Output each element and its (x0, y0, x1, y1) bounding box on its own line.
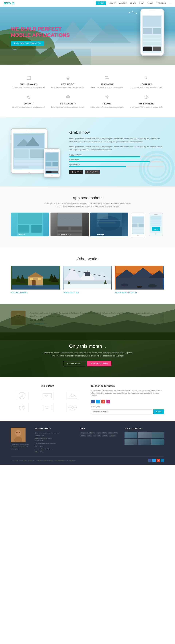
footer-post-date: June 12, 2015 (35, 435, 44, 436)
purchase-now-button[interactable]: PURCHASE NOW (87, 361, 112, 366)
work-link[interactable]: EXPLORING IN THE NATURE (115, 292, 137, 294)
svg-point-25 (68, 77, 68, 78)
nav-home[interactable]: HOME (96, 2, 106, 5)
subscribe-title: Subscribe for news (91, 384, 164, 388)
svg-text:Death: Death (21, 394, 24, 396)
footer-tag-0[interactable]: Design (80, 432, 86, 434)
testimonial-name: JOHN LORELL (30, 319, 156, 321)
footer-copyright: COPYRIGHT © 2014, ZERO. ALL RIGHTS RESER… (11, 460, 75, 461)
footer-tag-7[interactable]: CSS3 (87, 434, 92, 436)
learn-more-button[interactable]: LEARN MORE (64, 361, 85, 366)
screenshots-title: App screenshots (11, 196, 164, 200)
svg-text:& Co: & Co (21, 396, 23, 397)
footer-tag-8[interactable]: UI (93, 434, 96, 436)
social-instagram[interactable]: in (106, 400, 110, 404)
hero-cta-button[interactable]: EXPLORE OUR CREATION (11, 41, 44, 46)
testimonial-prev[interactable]: ▲ (160, 314, 164, 318)
appstore-badge[interactable]: App Store (69, 170, 83, 174)
footer-tag-9[interactable]: UX (97, 434, 101, 436)
snow-image-content (63, 266, 112, 290)
gallery-item-1[interactable] (138, 432, 151, 438)
gallery-item-3[interactable] (124, 439, 137, 445)
footer-social-googleplus[interactable]: g (156, 459, 160, 462)
client-logo-5 (66, 403, 79, 412)
subscribe-column: Subscribe for news Lorem ipsum dolor sit… (91, 384, 164, 414)
svg-text:FOSSILS: FOSSILS (20, 408, 24, 408)
svg-text:EXPLORE: EXPLORE (97, 234, 104, 236)
footer-tag-6[interactable]: HTML5 (80, 434, 86, 436)
newsletter-input[interactable] (91, 410, 152, 414)
phone-frame (131, 212, 145, 238)
testimonial-next[interactable]: ▼ (160, 318, 164, 322)
work-image (63, 266, 112, 290)
footer-tag-1[interactable]: WordPress (86, 432, 95, 434)
feature-title: SUPPORT (11, 103, 47, 105)
gallery-item-2[interactable] (151, 432, 164, 438)
footer-social-facebook[interactable]: f (148, 459, 151, 462)
hero-birds-decoration (128, 10, 138, 17)
social-facebook[interactable]: f (91, 400, 95, 404)
social-twitter[interactable]: t (96, 400, 100, 404)
screenshots-section: App screenshots Lorem ipsum dolor sit am… (0, 186, 175, 248)
footer-tag-4[interactable]: App (108, 432, 112, 434)
work-image (115, 266, 164, 290)
nav-blog[interactable]: BLOG (138, 2, 144, 4)
svg-rect-56 (52, 171, 58, 173)
grab-title: Grab it now (69, 130, 164, 135)
svg-point-134 (15, 313, 21, 319)
svg-rect-26 (105, 76, 108, 78)
work-link[interactable]: THINGS ABOUT LIFE (63, 292, 79, 294)
nav-waves[interactable]: WAVES (109, 2, 116, 4)
gallery-item-5[interactable] (151, 439, 164, 445)
work-link[interactable]: WE LOVE FREEDOM (11, 292, 27, 294)
work-item-house: WE LOVE FREEDOM (11, 266, 60, 294)
testimonial-site[interactable]: http://www.website.com (30, 322, 47, 324)
svg-point-159 (15, 430, 21, 436)
footer-gallery (124, 432, 164, 445)
footer-post-3: Accumulative Lorem Ipsum May 14, 2015 (35, 448, 74, 453)
nav-contact[interactable]: CONTACT (156, 2, 166, 4)
feature-high-security: HIGH SECURITY Lorem ipsum dolor sit amet… (50, 94, 86, 108)
svg-rect-119 (64, 284, 111, 290)
footer-tag-11[interactable]: Creative (109, 434, 116, 436)
footer-social-linkedin[interactable]: in (161, 459, 164, 462)
nav-team[interactable]: TEAM (130, 2, 136, 4)
logo[interactable]: ZERO (4, 2, 14, 5)
svg-point-130 (121, 284, 128, 286)
footer-post-link[interactable]: Accumulative Lorem Ipsum (35, 448, 74, 450)
localized-icon (143, 74, 150, 81)
footer-post-link[interactable]: Things of High Continuall Conflict (35, 442, 74, 445)
feature-remote: REMOTE Lorem ipsum dolor sit amet, cu ad… (89, 94, 125, 108)
footer-tag-2[interactable]: Logo (96, 432, 101, 434)
feature-responsive: RESPONSIVE Lorem ipsum dolor sit amet, c… (89, 74, 125, 89)
gallery-item-0[interactable] (124, 432, 137, 438)
svg-rect-71 (58, 227, 69, 230)
screenshot-grid: GALLERY SCANNING IMAGES (11, 212, 164, 238)
promo-section: Only this month .. Lorem ipsum dolor sit… (0, 332, 175, 377)
nav-shop[interactable]: SHOP (147, 2, 153, 4)
newsletter-submit[interactable]: Submit (153, 410, 164, 414)
footer-tag-5[interactable]: Web (113, 432, 118, 434)
grab-section: Grab it now Lorem ipsum dolor sit amet c… (0, 117, 175, 186)
features-grid: WELL DESIGNED Lorem ipsum dolor sit amet… (11, 74, 164, 108)
bottom-section: Our clients Death & Co The Boot Logo (0, 377, 175, 421)
svg-marker-146 (68, 393, 77, 398)
svg-rect-23 (28, 78, 30, 78)
footer-tag-10[interactable]: Theme (102, 434, 108, 436)
svg-point-137 (19, 315, 20, 316)
client-logo-2: Logo (66, 391, 79, 400)
footer-social-twitter[interactable]: t (152, 459, 156, 462)
testimonial-section: It has been a pleasure to work with the … (0, 303, 175, 332)
footer-tag-3[interactable]: Mobile (102, 432, 108, 434)
footer-post-0: Nar in diam condimentum Nullam erat June… (35, 432, 74, 437)
googleplay-badge[interactable]: Google Play (85, 170, 100, 174)
nav-works[interactable]: WORKS (119, 2, 127, 4)
phone-screen-content (142, 15, 162, 53)
progress-fill (69, 166, 126, 167)
footer-post-link[interactable]: Nar in diam condimentum Nullam erat (35, 432, 74, 434)
gallery-item-4[interactable] (138, 439, 151, 445)
footer-post-link[interactable]: Diam condimentum ornare (35, 437, 74, 440)
navbar: ZERO HOME WAVES WORKS TEAM BLOG SHOP CON… (0, 0, 175, 7)
svg-rect-44 (14, 150, 29, 158)
social-googleplus[interactable]: g (101, 400, 105, 404)
